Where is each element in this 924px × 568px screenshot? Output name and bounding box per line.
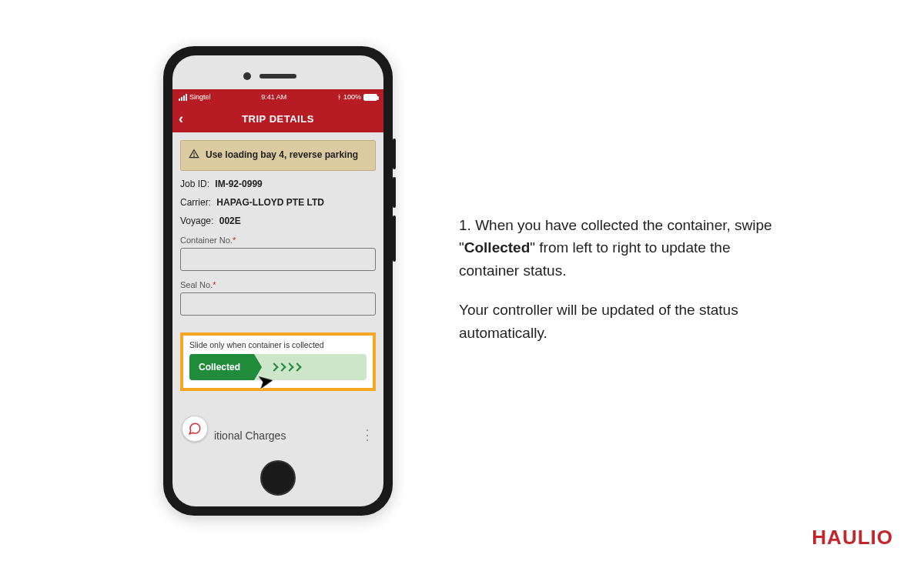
page-title: TRIP DETAILS	[242, 113, 314, 125]
highlighted-slider-area: Slide only when container is collected C…	[180, 332, 376, 391]
phone-speaker	[259, 74, 296, 79]
slider-track[interactable]: Collected ➤	[189, 354, 367, 380]
power-button	[393, 216, 396, 262]
carrier-value: HAPAG-LLOYD PTE LTD	[216, 197, 324, 208]
carrier-row: Carrier: HAPAG-LLOYD PTE LTD	[180, 197, 376, 208]
brand-logo: HAULIO	[812, 526, 893, 550]
required-marker: *	[213, 280, 216, 289]
container-no-label: Container No.	[180, 236, 233, 245]
warning-icon	[189, 149, 199, 162]
voyage-value: 002E	[219, 216, 241, 226]
job-id-label: Job ID:	[180, 179, 209, 189]
carrier-label: Carrier:	[180, 197, 211, 208]
phone-screen: Singtel 9:41 AM ᚼ 100% ‹ TRIP DETAILS	[172, 89, 383, 453]
container-field: Container No.*	[180, 236, 376, 271]
phone-camera	[243, 72, 251, 80]
cursor-icon: ➤	[255, 369, 276, 395]
required-marker: *	[233, 236, 236, 245]
status-bar: Singtel 9:41 AM ᚼ 100%	[172, 89, 383, 105]
volume-up-button	[393, 139, 396, 169]
bluetooth-icon: ᚼ	[337, 93, 341, 101]
additional-charges-label: itional Charges	[214, 429, 286, 442]
phone-bezel: Singtel 9:41 AM ᚼ 100% ‹ TRIP DETAILS	[172, 55, 383, 506]
signal-icon	[179, 94, 187, 101]
voyage-row: Voyage: 002E	[180, 216, 376, 226]
collected-slider-label: Collected	[199, 362, 240, 373]
phone-mockup: Singtel 9:41 AM ᚼ 100% ‹ TRIP DETAILS	[163, 46, 393, 516]
carrier-name: Singtel	[189, 93, 211, 101]
more-icon[interactable]: ⋮	[360, 433, 374, 438]
back-icon[interactable]: ‹	[179, 112, 184, 125]
svg-point-1	[194, 156, 195, 157]
job-id-value: IM-92-0999	[215, 179, 262, 189]
voyage-label: Voyage:	[180, 216, 213, 226]
step-text-bold: Collected	[464, 239, 531, 256]
instruction-banner: Use loading bay 4, reverse parking	[180, 140, 376, 171]
slider-hint-text: Slide only when container is collected	[189, 340, 367, 349]
collected-slider-button[interactable]: Collected	[189, 354, 254, 380]
instruction-banner-text: Use loading bay 4, reverse parking	[206, 149, 358, 162]
title-bar: ‹ TRIP DETAILS	[172, 105, 383, 132]
battery-percent: 100%	[343, 93, 361, 101]
additional-charges-row[interactable]: itional Charges ⋮	[214, 429, 374, 442]
chat-fab[interactable]	[182, 416, 208, 442]
battery-icon	[363, 94, 377, 101]
volume-down-button	[393, 177, 396, 208]
job-id-row: Job ID: IM-92-0999	[180, 179, 376, 189]
clock: 9:41 AM	[261, 93, 286, 101]
screen-content: Use loading bay 4, reverse parking Job I…	[172, 132, 383, 391]
instruction-text: 1. When you have collected the container…	[459, 214, 782, 361]
chevron-right-icon	[271, 364, 300, 370]
seal-field: Seal No.*	[180, 280, 376, 316]
step-number: 1.	[459, 217, 471, 233]
seal-no-input[interactable]	[180, 292, 376, 316]
container-no-input[interactable]	[180, 248, 376, 271]
seal-no-label: Seal No.	[180, 280, 213, 289]
step-text-2: Your controller will be updated of the s…	[459, 299, 782, 344]
home-button	[260, 460, 296, 496]
